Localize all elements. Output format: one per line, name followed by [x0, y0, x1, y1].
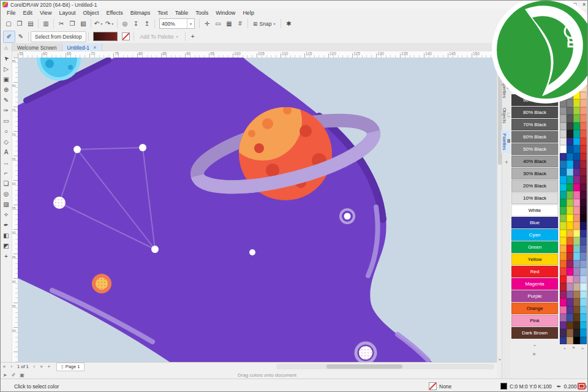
- swatch-mini-icon[interactable]: ▣: [18, 371, 26, 379]
- maximize-button[interactable]: ▢: [570, 1, 579, 8]
- close-tab-icon[interactable]: ✕: [93, 45, 97, 50]
- star[interactable]: [151, 246, 159, 253]
- polygon-tool[interactable]: ◇: [1, 137, 11, 147]
- palette-color-red[interactable]: Red: [511, 266, 558, 277]
- palette-swatch[interactable]: [560, 337, 567, 345]
- chevron-down-icon[interactable]: ▼: [187, 19, 194, 28]
- previous-page-button[interactable]: ‹: [8, 363, 15, 370]
- palette-swatch[interactable]: [560, 214, 567, 222]
- palette-swatch[interactable]: [573, 138, 580, 146]
- crop-tool[interactable]: ▣: [1, 74, 11, 85]
- palette-color-pink[interactable]: Pink: [511, 315, 558, 326]
- palette-swatch[interactable]: [580, 252, 587, 260]
- palette-swatch[interactable]: [573, 130, 580, 138]
- add-page-button[interactable]: +: [45, 363, 53, 370]
- palette-swatch[interactable]: [580, 276, 587, 284]
- text-tool[interactable]: A: [1, 147, 11, 157]
- save-button[interactable]: ▤: [25, 18, 36, 29]
- menu-window[interactable]: Window: [212, 9, 239, 17]
- menu-file[interactable]: File: [3, 9, 20, 17]
- palette-swatch[interactable]: [580, 92, 587, 100]
- palette-swatch[interactable]: [560, 92, 567, 100]
- palette-swatch[interactable]: [573, 214, 580, 222]
- palette-swatch[interactable]: [560, 53, 567, 61]
- outline-pen-tool[interactable]: ✒: [1, 220, 11, 230]
- palette-swatch[interactable]: [580, 191, 587, 199]
- palette-swatch[interactable]: [560, 306, 567, 314]
- palette-swatch[interactable]: [567, 276, 573, 284]
- palette-swatch[interactable]: [580, 306, 587, 314]
- menu-object[interactable]: Object: [79, 9, 102, 17]
- show-guidelines-button[interactable]: #: [235, 18, 246, 29]
- palette-swatch[interactable]: [573, 322, 580, 330]
- drop-shadow-tool[interactable]: ❏: [1, 178, 11, 189]
- palette-swatch[interactable]: [567, 222, 573, 230]
- star[interactable]: [139, 144, 146, 151]
- welcome-home-icon[interactable]: ⌂: [1, 43, 12, 51]
- palette-swatch[interactable]: [573, 337, 580, 345]
- palette-swatch[interactable]: [580, 283, 587, 291]
- artistic-media-tool[interactable]: ✑: [1, 105, 11, 116]
- strip-expand-icon[interactable]: »: [573, 345, 575, 350]
- attributes-eyedropper-button[interactable]: ✎: [15, 31, 26, 42]
- palette-swatch[interactable]: [573, 260, 580, 268]
- palette-swatch[interactable]: [560, 115, 567, 123]
- palette-swatch[interactable]: [560, 160, 567, 168]
- add-button[interactable]: +: [187, 31, 198, 42]
- palette-swatch[interactable]: [560, 69, 567, 77]
- more-tools[interactable]: +: [1, 251, 11, 262]
- menu-help[interactable]: Help: [239, 9, 258, 17]
- palette-swatch[interactable]: [567, 260, 573, 268]
- docker-collapse-icon[interactable]: «: [505, 55, 508, 59]
- horizontal-scroll-thumb[interactable]: [326, 364, 402, 369]
- palette-swatch[interactable]: [560, 184, 567, 192]
- palette-color-80-black[interactable]: 80% Black: [511, 107, 558, 118]
- palette-swatch[interactable]: [573, 123, 580, 130]
- full-screen-preview-button[interactable]: ✛: [202, 18, 213, 29]
- doc-tab-welcome-screen[interactable]: Welcome Screen: [12, 43, 62, 51]
- menu-view[interactable]: View: [36, 9, 55, 17]
- palette-swatch[interactable]: [580, 145, 587, 153]
- palette-swatch[interactable]: [573, 107, 580, 115]
- palette-swatch[interactable]: [560, 130, 567, 138]
- no-color-icon[interactable]: [122, 32, 130, 40]
- palette-swatch[interactable]: [573, 61, 580, 69]
- palette-expand[interactable]: »: [510, 349, 559, 359]
- print-button[interactable]: ▥: [40, 18, 51, 29]
- palette-swatch[interactable]: [580, 322, 587, 330]
- palette-swatch[interactable]: [567, 199, 573, 207]
- palette-swatch[interactable]: [580, 206, 587, 214]
- palette-swatch[interactable]: [567, 214, 573, 222]
- palette-swatch[interactable]: [573, 53, 580, 61]
- last-page-button[interactable]: »: [38, 363, 45, 370]
- palette-swatch[interactable]: [567, 77, 573, 85]
- menu-tools[interactable]: Tools: [192, 9, 212, 17]
- palette-swatch[interactable]: [580, 237, 587, 245]
- palette-swatch[interactable]: [573, 176, 580, 184]
- palette-swatch[interactable]: [560, 268, 567, 276]
- palette-swatch[interactable]: [580, 61, 587, 69]
- ellipse-tool[interactable]: ○: [1, 126, 11, 137]
- palette-swatch[interactable]: [580, 230, 587, 238]
- palette-swatch[interactable]: [567, 206, 573, 214]
- palette-swatch[interactable]: [573, 69, 580, 77]
- palette-swatch[interactable]: [573, 237, 580, 245]
- cut-button[interactable]: ✂: [56, 18, 67, 29]
- palette-swatch[interactable]: [560, 145, 567, 153]
- orange-star[interactable]: [92, 274, 111, 293]
- undo-button[interactable]: ↶▼: [93, 18, 104, 29]
- palette-swatch[interactable]: [567, 138, 573, 146]
- zoom-tool[interactable]: ⊕: [1, 85, 11, 95]
- palette-swatch[interactable]: [573, 230, 580, 238]
- palette-swatch[interactable]: [573, 77, 580, 85]
- palette-swatch[interactable]: [560, 298, 567, 306]
- horizontal-scrollbar[interactable]: [276, 364, 494, 369]
- palette-swatch[interactable]: [560, 329, 567, 337]
- palette-color-magenta[interactable]: Magenta: [511, 278, 558, 290]
- palette-swatch[interactable]: [580, 184, 587, 192]
- palette-swatch[interactable]: [560, 199, 567, 207]
- palette-swatch[interactable]: [580, 69, 587, 77]
- palette-swatch[interactable]: [573, 283, 580, 291]
- palette-color-40-black[interactable]: 40% Black: [511, 156, 558, 167]
- palette-swatch[interactable]: [573, 115, 580, 123]
